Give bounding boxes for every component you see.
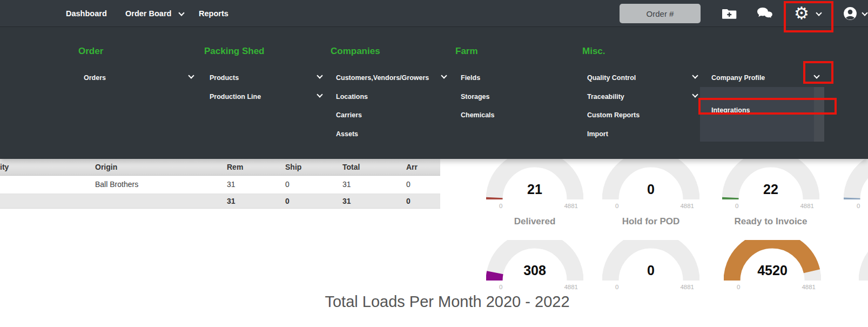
chevron-down-icon [188,72,194,78]
table-cell-origin: Ball Brothers [95,176,138,193]
company-profile-submenu: Integrations [700,87,824,142]
gauge-min-label: 0 [857,203,860,209]
loads-table: ity Origin Rem Ship Total Arr Ball Broth… [0,159,440,209]
gauge-value: 21 [486,182,583,197]
gauge-min-label: 0 [615,284,618,290]
table-cell-arr: 0 [406,176,411,193]
menu-item-quality-control[interactable]: Quality Control [587,74,636,82]
gauge-value: 0 [602,182,699,197]
nav-link-reports[interactable]: Reports [199,9,228,18]
gauge-max-label: 4881 [564,203,578,209]
gauge-row2-2: 004881 [602,240,699,290]
menu-section-companies: Companies [331,46,380,56]
user-icon[interactable] [843,6,857,21]
gauge-value: 22 [722,182,819,197]
table-header-cell: Origin [95,159,117,175]
gauge-axis-labels: 04881 [486,282,583,290]
gauge-max-label: 4881 [800,203,814,209]
table-header-cell: Ship [285,159,301,175]
menu-item-carriers[interactable]: Carriers [336,111,362,119]
gauge-label: Delivered [486,216,583,227]
gauge-value: 4520 [724,263,821,278]
gauge-value: 308 [486,263,583,278]
chat-icon[interactable] [757,7,773,21]
order-number-input[interactable] [620,4,701,23]
table-cell-total: 31 [342,176,351,193]
gauge-max-label: 4881 [802,284,816,290]
gauge-row2-3: 452004881 [724,240,821,290]
gear-icon[interactable]: ⚙ [794,3,809,24]
chevron-down-icon[interactable] [816,10,822,16]
chevron-down-icon [178,10,184,16]
gauge-axis-labels: 04881 [602,201,699,209]
gauge-min-label: 0 [737,284,740,290]
chevron-down-icon [692,72,698,78]
menu-section-order: Order [78,46,103,56]
menu-section-packing-shed: Packing Shed [204,46,264,56]
menu-item-storages[interactable]: Storages [461,93,490,101]
table-row[interactable]: Ball Brothers 31 0 31 0 [0,176,440,194]
table-cell-rem: 31 [227,176,235,193]
menu-item-fields[interactable]: Fields [461,74,480,82]
menu-item-integrations[interactable]: Integrations [711,106,750,114]
menu-item-company-profile[interactable]: Company Profile [711,74,765,82]
chevron-down-icon [317,72,322,78]
table-total-ship: 0 [285,194,290,208]
menu-item-custom-reports[interactable]: Custom Reports [587,111,640,119]
gauge-delivered: 2104881Delivered [486,159,583,227]
gauge-label: Hold for POD [602,216,699,227]
menu-item-production-line[interactable]: Production Line [210,93,261,101]
table-total-arr: 0 [406,194,411,208]
table-header-cell: Rem [227,159,243,175]
gauge-arc [844,159,868,201]
gauge-row2-partial: 04881 [859,240,868,290]
menu-item-products[interactable]: Products [210,74,239,82]
gauge-min-label: 0 [499,203,502,209]
gauge-value: 0 [602,263,699,278]
menu-section-misc: Misc. [582,46,605,56]
gauge-min-label: 0 [615,203,618,209]
top-navbar: Dashboard Order Board Reports ⚙ [0,0,868,27]
gauge-max-label: 4881 [680,203,694,209]
nav-link-order-board[interactable]: Order Board [125,9,171,18]
table-totals-row: 31 0 31 0 [0,194,440,209]
gauge-min-label: 0 [499,284,502,290]
menu-item-locations[interactable]: Locations [336,93,368,101]
nav-link-dashboard[interactable]: Dashboard [66,9,107,18]
menu-item-assets[interactable]: Assets [336,130,358,138]
chevron-down-icon[interactable] [862,10,867,16]
menu-section-farm: Farm [455,46,478,56]
table-header-cell: Total [342,159,360,175]
chart-title: Total Loads Per Month 2020 - 2022 [325,293,569,311]
gauge-label: Ready to Invoice [722,216,819,227]
gauge-arc [859,240,868,282]
gauge-row2-1: 30804881 [486,240,583,290]
table-total-total: 31 [342,194,351,208]
menu-item-chemicals[interactable]: Chemicals [461,111,495,119]
gauge-axis-labels: 04881 [844,201,868,209]
submenu-scroll-strip [814,87,824,142]
gauge-min-label: 0 [735,203,738,209]
chevron-down-icon [317,91,322,97]
table-total-rem: 31 [227,194,235,208]
chevron-down-icon[interactable] [813,72,819,78]
chevron-down-icon [692,91,698,97]
menu-item-import[interactable]: Import [587,130,608,138]
menu-item-customers-vendors-growers[interactable]: Customers,Vendors/Growers [336,74,429,82]
gauge-axis-labels: 04881 [859,282,868,290]
gauge-ready-to-invoice: 2204881Ready to Invoice [722,159,819,227]
menu-item-orders[interactable]: Orders [84,74,106,82]
table-header-cell: ity [0,159,9,175]
gauge-axis-labels: 04881 [486,201,583,209]
gauge-axis-labels: 04881 [722,201,819,209]
gauge-partial: 04881 [844,159,868,209]
table-header-row: ity Origin Rem Ship Total Arr [0,159,440,176]
gauge-max-label: 4881 [564,284,578,290]
gauge-axis-labels: 04881 [724,282,821,290]
gauge-axis-labels: 04881 [602,282,699,290]
settings-mega-menu: Order Orders Packing Shed Products Produ… [0,27,868,159]
menu-item-traceability[interactable]: Traceability [587,93,624,101]
chevron-down-icon [441,72,447,78]
gauge-max-label: 4881 [680,284,694,290]
folder-plus-icon[interactable] [722,8,737,19]
